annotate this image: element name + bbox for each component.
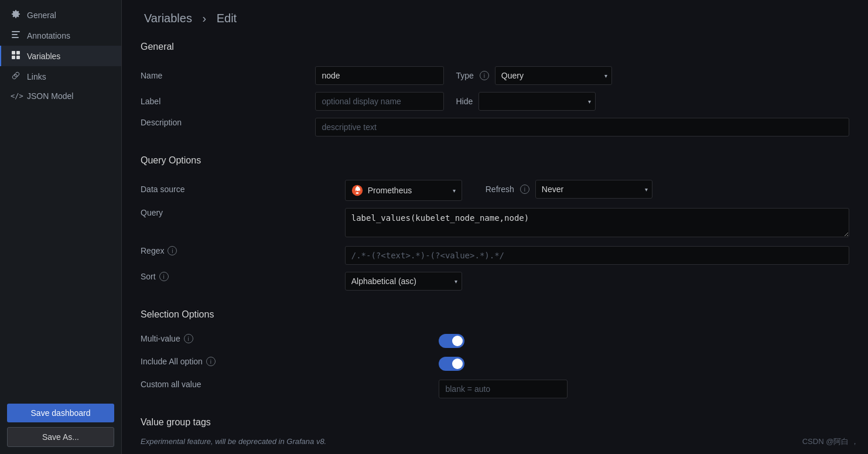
regex-info-icon[interactable]: i — [168, 246, 177, 255]
refresh-cell: Refresh i Never On Dashboard Load On Tim… — [486, 177, 849, 201]
type-cell: Type i Query Constant Datasource Custom … — [456, 64, 849, 87]
label-input-cell — [315, 90, 456, 113]
svg-rect-1 — [12, 34, 18, 35]
sort-info-icon[interactable]: i — [159, 272, 169, 281]
multi-value-toggle-cell — [439, 332, 849, 352]
svg-rect-6 — [16, 56, 20, 59]
general-form-table: Name Type i Query Constant Datasource — [141, 62, 849, 141]
sidebar-item-general-label: General — [27, 11, 56, 20]
sidebar-item-links-label: Links — [27, 72, 46, 81]
multi-value-label: Multi-value i — [141, 332, 234, 346]
sidebar-item-links[interactable]: Links — [0, 66, 121, 87]
refresh-info-icon[interactable]: i — [520, 185, 529, 194]
refresh-select[interactable]: Never On Dashboard Load On Time Range Ch… — [535, 180, 652, 199]
datasource-cell: Prometheus ▾ — [345, 177, 486, 203]
variables-icon — [11, 50, 21, 62]
datasource-refresh-row: Data source Prometheus ▾ — [141, 177, 849, 203]
sidebar-item-annotations[interactable]: Annotations — [0, 25, 121, 46]
label-hide-row: Label Hide Label Variable ▾ — [141, 90, 849, 113]
selection-options-table: Multi-value i Include All option — [141, 329, 849, 403]
include-all-toggle[interactable] — [439, 357, 464, 371]
sidebar-item-annotations-label: Annotations — [27, 31, 70, 40]
hide-select[interactable]: Label Variable — [479, 92, 596, 111]
refresh-label: Refresh — [486, 185, 514, 194]
include-all-toggle-cell — [439, 354, 849, 375]
type-info-icon[interactable]: i — [480, 71, 489, 80]
svg-rect-5 — [12, 56, 15, 59]
custom-all-input[interactable] — [439, 380, 568, 398]
label-input[interactable] — [315, 92, 444, 111]
svg-rect-0 — [12, 31, 20, 32]
sidebar-item-variables[interactable]: Variables — [0, 46, 121, 66]
custom-all-row: Custom all value — [141, 377, 849, 401]
datasource-chevron: ▾ — [453, 187, 456, 194]
save-dashboard-button[interactable]: Save dashboard — [7, 404, 114, 422]
custom-all-input-cell — [439, 377, 849, 401]
description-row: Description — [141, 115, 849, 139]
save-as-button[interactable]: Save As... — [7, 427, 114, 447]
general-section-title: General — [141, 42, 849, 52]
sort-select-wrapper: Disabled Alphabetical (asc) Alphabetical… — [345, 272, 462, 291]
query-row: Query label_values(kubelet_node_name,nod… — [141, 206, 849, 241]
multi-value-slider — [439, 334, 464, 348]
description-input[interactable] — [315, 118, 849, 136]
sort-select[interactable]: Disabled Alphabetical (asc) Alphabetical… — [345, 272, 462, 291]
name-input-cell — [315, 64, 456, 87]
type-select-wrapper: Query Constant Datasource Custom Interva… — [495, 66, 612, 85]
main-content: Variables › Edit General Name Type i — [122, 0, 868, 454]
json-model-icon: </> — [11, 92, 21, 100]
label-label: Label — [141, 94, 234, 108]
query-textarea[interactable]: label_values(kubelet_node_name,node) — [345, 208, 849, 237]
name-input[interactable] — [315, 66, 444, 85]
breadcrumb-edit: Edit — [217, 12, 237, 25]
selection-options-title: Selection Options — [141, 309, 849, 320]
datasource-label: Data source — [141, 182, 234, 196]
query-label: Query — [141, 206, 234, 220]
type-label: Type — [456, 71, 473, 80]
regex-label: Regex i — [141, 244, 234, 258]
datasource-button[interactable]: Prometheus ▾ — [345, 180, 462, 201]
query-input-cell: label_values(kubelet_node_name,node) — [345, 206, 849, 241]
include-all-info-icon[interactable]: i — [206, 357, 216, 366]
value-group-tags-title: Value group tags — [141, 417, 849, 428]
breadcrumb-variables: Variables — [144, 12, 192, 25]
sidebar-item-json-model[interactable]: </> JSON Model — [0, 87, 121, 105]
annotations-icon — [11, 30, 21, 41]
sidebar-item-general[interactable]: General — [0, 5, 121, 25]
include-all-slider — [439, 357, 464, 371]
query-options-table: Data source Prometheus ▾ — [141, 175, 849, 295]
regex-input[interactable] — [345, 246, 849, 265]
name-label: Name — [141, 69, 234, 83]
sort-select-cell: Disabled Alphabetical (asc) Alphabetical… — [345, 269, 486, 293]
multi-value-toggle[interactable] — [439, 334, 464, 348]
value-group-note: Experimental feature, will be deprecated… — [141, 437, 849, 446]
prometheus-icon — [351, 185, 363, 196]
include-all-row: Include All option i — [141, 354, 849, 375]
svg-rect-4 — [16, 51, 20, 54]
query-options-section: Query Options Data source Prometheus — [141, 155, 849, 295]
general-section: General Name Type i Query Con — [141, 42, 849, 141]
multi-value-info-icon[interactable]: i — [184, 334, 193, 343]
description-input-cell — [315, 115, 849, 139]
include-all-label: Include All option i — [141, 354, 234, 368]
type-select[interactable]: Query Constant Datasource Custom Interva… — [495, 66, 612, 85]
watermark: CSDN @阿白 ， — [802, 436, 859, 447]
hide-label: Hide — [456, 97, 473, 106]
links-icon — [11, 71, 21, 82]
svg-rect-3 — [12, 51, 15, 54]
refresh-select-wrapper: Never On Dashboard Load On Time Range Ch… — [535, 180, 652, 199]
svg-rect-2 — [12, 37, 19, 38]
general-icon — [11, 9, 21, 21]
description-label: Description — [141, 115, 234, 129]
sidebar-item-variables-label: Variables — [27, 52, 60, 61]
regex-input-cell — [345, 244, 849, 267]
multi-value-row: Multi-value i — [141, 332, 849, 352]
name-type-row: Name Type i Query Constant Datasource — [141, 64, 849, 87]
page-title: Variables › Edit — [141, 12, 849, 25]
datasource-name: Prometheus — [368, 186, 412, 195]
custom-all-label: Custom all value — [141, 377, 234, 391]
query-options-title: Query Options — [141, 155, 849, 166]
sort-row: Sort i Disabled Alphabetical (asc) Alpha… — [141, 269, 849, 293]
regex-row: Regex i — [141, 244, 849, 267]
value-group-tags-section: Value group tags Experimental feature, w… — [141, 417, 849, 446]
